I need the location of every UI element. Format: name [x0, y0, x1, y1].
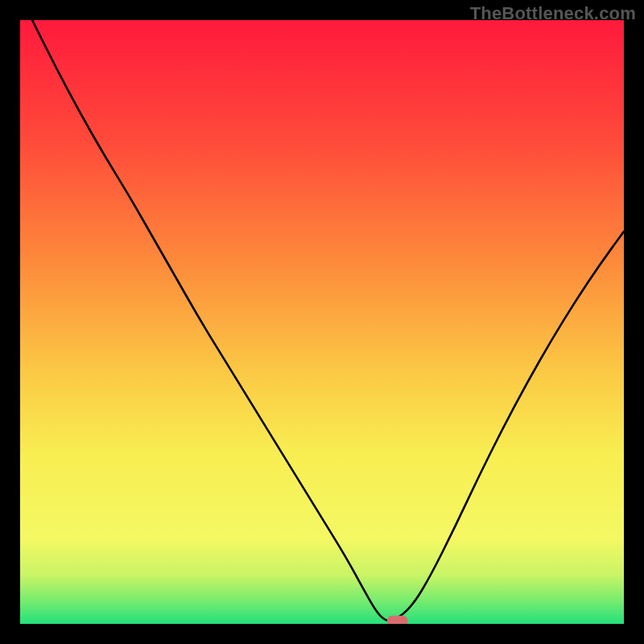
- gradient-background: [20, 20, 624, 624]
- optimal-marker: [387, 616, 408, 624]
- chart-svg: [20, 20, 624, 624]
- chart-container: TheBottleneck.com: [0, 0, 644, 644]
- plot-area: [20, 20, 624, 624]
